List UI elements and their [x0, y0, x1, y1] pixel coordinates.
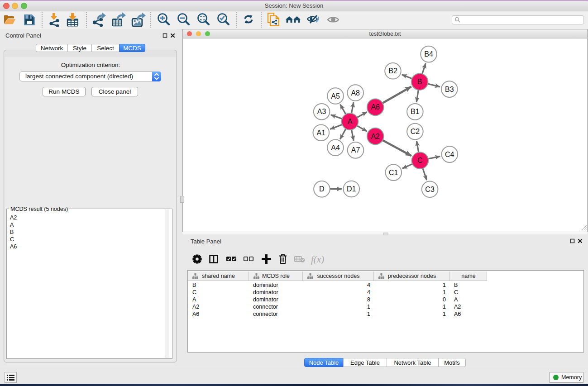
- svg-text:B: B: [417, 78, 422, 86]
- svg-text:C: C: [417, 157, 423, 164]
- svg-text:B1: B1: [411, 108, 420, 115]
- svg-text:C1: C1: [389, 169, 398, 176]
- svg-text:A: A: [348, 118, 353, 125]
- svg-text:A5: A5: [331, 92, 340, 100]
- svg-text:B4: B4: [424, 50, 433, 58]
- svg-text:D1: D1: [347, 185, 356, 193]
- svg-text:A8: A8: [351, 89, 360, 97]
- svg-text:A3: A3: [317, 108, 326, 115]
- svg-text:A1: A1: [317, 129, 326, 137]
- svg-text:B2: B2: [388, 67, 397, 75]
- svg-text:B3: B3: [445, 86, 454, 93]
- svg-text:A4: A4: [331, 144, 340, 152]
- svg-text:D: D: [319, 185, 325, 193]
- svg-text:C2: C2: [411, 128, 420, 135]
- svg-text:C4: C4: [445, 151, 454, 158]
- svg-text:A2: A2: [371, 133, 380, 140]
- svg-text:A6: A6: [371, 103, 380, 111]
- svg-text:C3: C3: [425, 186, 435, 193]
- svg-text:A7: A7: [351, 146, 360, 154]
